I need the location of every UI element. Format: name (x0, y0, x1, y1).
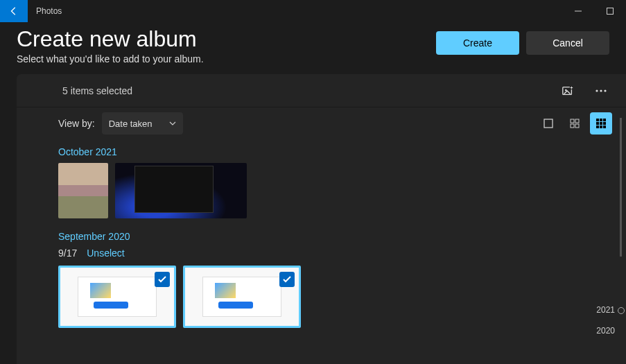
svg-rect-19 (596, 125, 599, 128)
svg-rect-1 (607, 8, 614, 15)
photo-thumbnail[interactable] (58, 163, 108, 218)
svg-rect-15 (603, 119, 606, 121)
titlebar: Photos (0, 0, 626, 22)
chevron-down-icon (169, 121, 176, 125)
thumb-row (58, 266, 612, 328)
timeline-year[interactable]: 2020 (596, 326, 625, 336)
scrollbar[interactable] (620, 118, 622, 257)
grid-3x3-icon (596, 119, 606, 128)
view-bar: View by: Date taken (17, 107, 626, 139)
grid-large-button[interactable] (537, 112, 559, 135)
square-icon (544, 119, 553, 128)
svg-rect-11 (571, 124, 574, 128)
svg-rect-8 (544, 119, 553, 128)
timeline-indicator-icon (618, 307, 625, 314)
maximize-button[interactable] (594, 0, 626, 22)
window-controls (562, 0, 626, 22)
svg-rect-17 (600, 122, 602, 125)
grid-small-button[interactable] (590, 112, 612, 135)
maximize-icon (607, 8, 614, 15)
viewby-dropdown[interactable]: Date taken (102, 112, 183, 135)
svg-rect-13 (596, 119, 599, 121)
thumb-row (58, 163, 612, 218)
unselect-link[interactable]: Unselect (87, 248, 124, 259)
back-button[interactable] (0, 0, 28, 22)
selection-bar: 5 items selected (17, 74, 626, 107)
page-subtitle: Select what you'd like to add to your al… (17, 53, 204, 64)
group-title[interactable]: October 2021 (58, 146, 612, 157)
cancel-button[interactable]: Cancel (526, 31, 609, 55)
image-plus-icon (562, 85, 574, 97)
arrow-left-icon (9, 6, 19, 16)
app-title: Photos (36, 6, 62, 16)
photo-thumbnail-selected[interactable] (183, 266, 301, 328)
grid-2x2-icon (570, 119, 580, 128)
minimize-icon (575, 8, 582, 15)
more-button[interactable] (590, 80, 612, 102)
dropdown-value: Date taken (109, 119, 153, 129)
photo-thumbnail[interactable] (115, 163, 247, 218)
checkmark-icon (279, 272, 295, 287)
group-count: 9/17 (58, 248, 77, 259)
group-title[interactable]: September 2020 (58, 231, 612, 242)
svg-rect-20 (600, 125, 602, 128)
gallery[interactable]: October 2021 September 2020 9/17 Unselec… (17, 139, 626, 364)
grid-size-controls (537, 112, 612, 135)
page-header: Create new album Select what you'd like … (0, 22, 626, 74)
group-meta: 9/17 Unselect (58, 248, 612, 259)
svg-rect-16 (596, 122, 599, 125)
svg-rect-21 (603, 125, 606, 128)
minimize-button[interactable] (562, 0, 594, 22)
selection-count: 5 items selected (62, 85, 132, 96)
grid-medium-button[interactable] (564, 112, 586, 135)
svg-rect-18 (603, 122, 606, 125)
checkmark-icon (155, 272, 170, 287)
svg-rect-9 (571, 119, 574, 123)
add-to-button[interactable] (557, 80, 579, 102)
svg-point-5 (595, 89, 598, 92)
selection-actions (557, 80, 612, 102)
svg-rect-14 (600, 119, 602, 121)
svg-point-7 (604, 89, 606, 92)
create-button[interactable]: Create (436, 31, 519, 55)
viewby-label: View by: (58, 118, 95, 129)
page-title: Create new album (17, 26, 204, 52)
more-icon (595, 89, 607, 92)
photo-thumbnail-selected[interactable] (58, 266, 176, 328)
content-area: 5 items selected View by: Date taken (17, 74, 626, 364)
timeline[interactable]: 2021 2020 (596, 305, 625, 336)
svg-rect-12 (575, 124, 579, 128)
svg-point-6 (600, 89, 602, 92)
header-actions: Create Cancel (436, 31, 609, 64)
svg-rect-10 (575, 119, 579, 123)
header-text: Create new album Select what you'd like … (17, 26, 204, 64)
